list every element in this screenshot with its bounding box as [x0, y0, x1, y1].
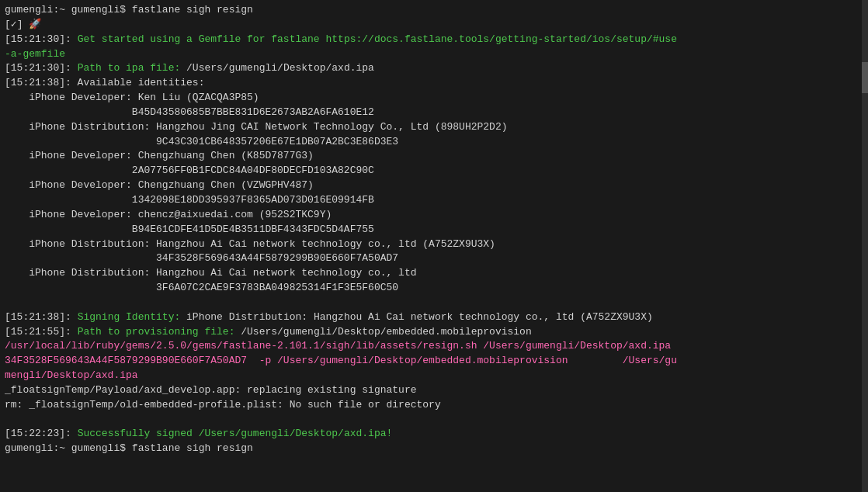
terminal-line: [15:21:38]: Available identities:	[0, 76, 868, 91]
terminal-line: iPhone Developer: Chengzhuang Chen (VZWG…	[0, 178, 868, 193]
terminal-text: Get started using a Gemfile for fastlane…	[78, 33, 677, 45]
terminal-line: /usr/local/lib/ruby/gems/2.5.0/gems/fast…	[0, 339, 868, 354]
terminal-text: /usr/local/lib/ruby/gems/2.5.0/gems/fast…	[5, 340, 671, 352]
terminal-text: _floatsignTemp/Payload/axd_develop.app: …	[5, 384, 417, 396]
terminal-line: gumengli:~ gumengli$ fastlane sigh resig…	[0, 3, 868, 18]
terminal-line: [15:21:55]: Path to provisioning file: /…	[0, 325, 868, 340]
terminal-text: iPhone Developer: Ken Liu (QZACQA3P85)	[5, 92, 259, 103]
terminal-line: rm: _floatsignTemp/old-embedded-profile.…	[0, 398, 868, 413]
terminal-line: iPhone Distribution: Hangzhou Jing CAI N…	[0, 120, 868, 135]
terminal-text: /Users/gumengli/Desktop/embedded.mobilep…	[241, 326, 531, 338]
terminal-text: [15:21:30]:	[5, 62, 78, 74]
terminal-line: B45D43580685B7BBE831D6E2673AB2A6FA610E12	[0, 106, 868, 120]
terminal-text: iPhone Distribution: Hangzhou Ai Cai net…	[5, 238, 495, 250]
terminal-text: 3F6A07C2CAE9F3783BA049825314F1F3E5F60C50	[5, 282, 398, 293]
scrollbar[interactable]	[862, 0, 868, 492]
terminal-text: gumengli:~ gumengli$ fastlane sigh resig…	[5, 4, 253, 16]
terminal-line: 9C43C301CB648357206E67E1DB07A2BC3E86D3E3	[0, 135, 868, 150]
terminal-text: iPhone Distribution: Hangzhou Ai Cai net…	[5, 267, 417, 279]
terminal-line: [✓] 🚀	[0, 18, 868, 33]
terminal-text: iPhone Distribution: Hangzhou Jing CAI N…	[5, 121, 508, 133]
terminal-text: 34F3528F569643A44F5879299B90E660F7A50AD7…	[5, 355, 677, 366]
scrollbar-thumb[interactable]	[862, 62, 868, 93]
terminal-window: gumengli:~ gumengli$ fastlane sigh resig…	[0, 0, 868, 492]
terminal-text: /Users/gumengli/Desktop/axd.ipa	[186, 62, 374, 74]
terminal-line: iPhone Developer: chencz@aixuedai.com (9…	[0, 208, 868, 223]
terminal-text: [15:21:55]:	[5, 326, 78, 338]
terminal-text: -a-gemfile	[5, 48, 65, 60]
terminal-line: [15:21:30]: Path to ipa file: /Users/gum…	[0, 61, 868, 76]
terminal-text: Successfully signed /Users/gumengli/Desk…	[78, 428, 393, 439]
terminal-text: B94E61CDFE41D5DE4B3511DBF4343FDC5D4AF755	[5, 223, 374, 235]
terminal-text: iPhone Developer: Chengzhuang Chen (K85D…	[5, 150, 314, 161]
terminal-line: _floatsignTemp/Payload/axd_develop.app: …	[0, 383, 868, 398]
terminal-text: Signing Identity:	[78, 311, 186, 323]
terminal-line: mengli/Desktop/axd.ipa	[0, 369, 868, 383]
terminal-text: 9C43C301CB648357206E67E1DB07A2BC3E86D3E3	[5, 136, 398, 147]
terminal-text: [15:22:23]:	[5, 428, 78, 439]
terminal-text: [15:21:30]:	[5, 33, 78, 45]
terminal-text: iPhone Distribution: Hangzhou Ai Cai net…	[186, 311, 653, 323]
terminal-line: iPhone Distribution: Hangzhou Ai Cai net…	[0, 266, 868, 281]
terminal-line	[0, 413, 868, 428]
terminal-line: iPhone Distribution: Hangzhou Ai Cai net…	[0, 237, 868, 252]
terminal-line: B94E61CDFE41D5DE4B3511DBF4343FDC5D4AF755	[0, 223, 868, 237]
terminal-text: mengli/Desktop/axd.ipa	[5, 369, 138, 381]
terminal-line: 34F3528F569643A44F5879299B90E660F7A50AD7…	[0, 354, 868, 369]
terminal-text: Path to ipa file:	[78, 62, 186, 74]
terminal-text: iPhone Developer: Chengzhuang Chen (VZWG…	[5, 179, 314, 191]
terminal-text: [✓] 🚀	[5, 19, 41, 30]
terminal-line: iPhone Developer: Ken Liu (QZACQA3P85)	[0, 91, 868, 106]
terminal-text: 2A07756FF0B1FCDC84A04DF80DECFD103A82C90C	[5, 165, 374, 176]
terminal-text: rm: _floatsignTemp/old-embedded-profile.…	[5, 399, 441, 411]
terminal-line: 1342098E18DD395937F8365AD073D016E09914FB	[0, 193, 868, 208]
terminal-text: Path to provisioning file:	[78, 326, 241, 338]
terminal-line: [15:21:30]: Get started using a Gemfile …	[0, 33, 868, 47]
terminal-line	[0, 296, 868, 310]
terminal-text: [15:21:38]:	[5, 311, 78, 323]
terminal-line: 34F3528F569643A44F5879299B90E660F7A50AD7	[0, 251, 868, 266]
terminal-text: 1342098E18DD395937F8365AD073D016E09914FB	[5, 194, 374, 206]
terminal-text: iPhone Developer: chencz@aixuedai.com (9…	[5, 209, 332, 220]
terminal-line: iPhone Developer: Chengzhuang Chen (K85D…	[0, 149, 868, 164]
terminal-line: 2A07756FF0B1FCDC84A04DF80DECFD103A82C90C	[0, 164, 868, 178]
terminal-line: [15:22:23]: Successfully signed /Users/g…	[0, 427, 868, 442]
terminal-content: gumengli:~ gumengli$ fastlane sigh resig…	[0, 3, 868, 456]
terminal-line: gumengli:~ gumengli$ fastlane sigh resig…	[0, 442, 868, 456]
terminal-line: -a-gemfile	[0, 47, 868, 62]
terminal-text: 34F3528F569643A44F5879299B90E660F7A50AD7	[5, 252, 398, 264]
terminal-text: B45D43580685B7BBE831D6E2673AB2A6FA610E12	[5, 106, 374, 118]
terminal-line: 3F6A07C2CAE9F3783BA049825314F1F3E5F60C50	[0, 281, 868, 296]
terminal-line: [15:21:38]: Signing Identity: iPhone Dis…	[0, 310, 868, 325]
terminal-text: gumengli:~ gumengli$ fastlane sigh resig…	[5, 442, 253, 454]
terminal-text: [15:21:38]: Available identities:	[5, 77, 204, 88]
